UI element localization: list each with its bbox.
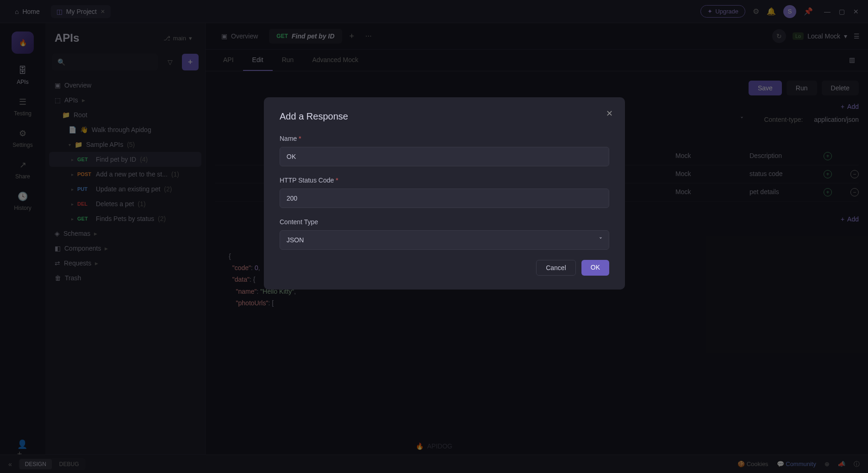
cancel-button[interactable]: Cancel: [536, 260, 576, 276]
name-label: Name *: [280, 135, 609, 142]
content-type-select[interactable]: JSON ˅: [280, 230, 609, 250]
modal-close-button[interactable]: ✕: [606, 108, 613, 119]
add-response-modal: Add a Response ✕ Name * HTTP Status Code…: [264, 97, 625, 290]
status-code-input[interactable]: [280, 189, 609, 208]
status-code-label: HTTP Status Code *: [280, 177, 609, 184]
modal-title: Add a Response: [280, 111, 609, 122]
content-type-label: Content Type: [280, 218, 609, 226]
modal-actions: Cancel OK: [280, 260, 609, 276]
chevron-down-icon: ˅: [599, 236, 602, 244]
ok-button[interactable]: OK: [581, 260, 609, 276]
name-input[interactable]: [280, 147, 609, 166]
